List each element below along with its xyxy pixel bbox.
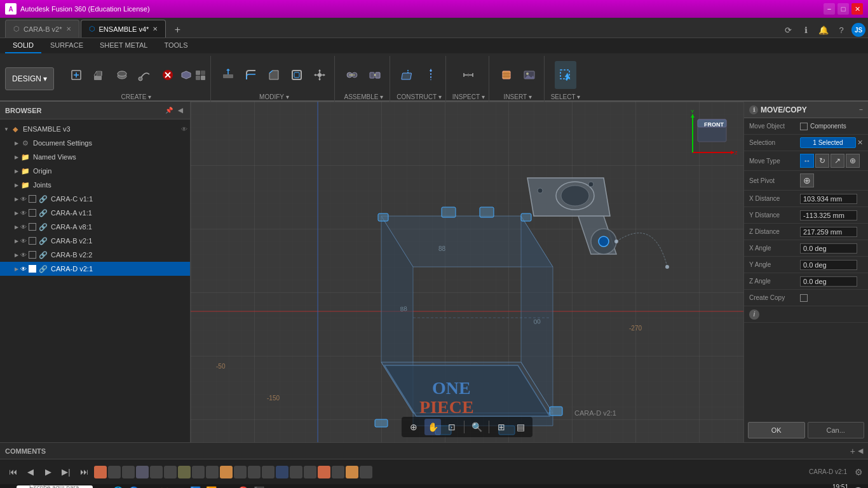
browser-item-doc-settings[interactable]: ▶ ⚙ Document Settings xyxy=(0,136,190,150)
sweep-button[interactable] xyxy=(134,61,156,89)
timeline-play-button[interactable]: ▶ xyxy=(41,464,56,480)
insert-image-button[interactable] xyxy=(519,61,540,89)
tl-marker-17[interactable] xyxy=(332,466,344,478)
tab-help-icon[interactable]: ? xyxy=(834,22,849,37)
cara-a1-vis-icon[interactable]: 👁 xyxy=(20,210,27,217)
comments-collapse-button[interactable]: ◀ xyxy=(858,447,863,455)
measure-button[interactable] xyxy=(458,61,479,89)
tab-close-icon[interactable]: ✕ xyxy=(66,25,71,32)
x-angle-input[interactable] xyxy=(800,243,857,254)
browser-root-item[interactable]: ▼ ◆ ENSAMBLE v3 👁 xyxy=(0,122,190,136)
components-checkbox[interactable] xyxy=(800,123,808,130)
tl-marker-0[interactable] xyxy=(94,466,107,478)
timeline-settings-button[interactable]: ⚙ xyxy=(855,467,863,477)
timeline-next-button[interactable]: ▶| xyxy=(58,464,74,480)
select-selected-button[interactable]: 1 Selected xyxy=(800,137,856,148)
zoom-fit-button[interactable]: ⊡ xyxy=(444,419,460,435)
cancel-button[interactable]: Can... xyxy=(808,422,865,438)
user-avatar[interactable]: JS xyxy=(851,23,865,37)
chamfer-button[interactable] xyxy=(263,61,285,89)
tab-ensamble[interactable]: ⬡ ENSAMBLE v4* ✕ xyxy=(81,20,166,37)
y-distance-input[interactable] xyxy=(800,210,857,220)
browser-item-cara-d[interactable]: ▶ 👁 🔗 CARA-D v2:1 xyxy=(0,262,190,276)
press-pull-button[interactable] xyxy=(217,61,239,89)
tl-marker-19[interactable] xyxy=(360,466,372,478)
new-tab-button[interactable]: + xyxy=(170,22,185,37)
tab-close-active-icon[interactable]: ✕ xyxy=(153,25,158,32)
create-copy-checkbox[interactable] xyxy=(800,294,808,302)
delete-button[interactable] xyxy=(157,61,179,89)
navcube[interactable]: Z Y FRONT xyxy=(686,108,737,159)
move-type-translate-button[interactable]: ↔ xyxy=(800,154,814,168)
browser-item-cara-c[interactable]: ▶ 👁 🔗 CARA-C v1:1 xyxy=(0,192,190,206)
browser-item-cara-a1[interactable]: ▶ 👁 🔗 CARA-A v1:1 xyxy=(0,206,190,220)
cara-d-vis-icon[interactable]: 👁 xyxy=(20,266,27,273)
tab-info-icon[interactable]: ℹ xyxy=(798,22,813,37)
ok-button[interactable]: OK xyxy=(748,422,805,438)
minimize-button[interactable]: − xyxy=(824,3,835,15)
tl-marker-6[interactable] xyxy=(178,466,191,478)
tl-marker-15[interactable] xyxy=(304,466,316,478)
ribbon-tab-tools[interactable]: TOOLS xyxy=(156,38,195,53)
create-more-button[interactable] xyxy=(180,61,193,89)
tl-marker-7[interactable] xyxy=(192,466,205,478)
movecopy-collapse-button[interactable]: − xyxy=(859,106,863,113)
new-component-button[interactable] xyxy=(65,61,87,89)
cara-b21-vis-icon[interactable]: 👁 xyxy=(20,238,27,245)
tl-marker-10[interactable] xyxy=(234,466,247,478)
ribbon-tab-surface[interactable]: SURFACE xyxy=(43,38,91,53)
tab-nav-icon[interactable]: ⟳ xyxy=(780,22,796,37)
as-built-joint-button[interactable] xyxy=(364,61,386,89)
insert-mcmaster-button[interactable] xyxy=(496,61,517,89)
tl-marker-5[interactable] xyxy=(164,466,177,478)
pan-button[interactable]: ✋ xyxy=(424,419,441,435)
z-distance-input[interactable] xyxy=(800,227,857,237)
ribbon-tab-solid[interactable]: SOLID xyxy=(5,38,41,53)
revolve-button[interactable] xyxy=(111,61,133,89)
browser-item-cara-b21[interactable]: ▶ 👁 🔗 CARA-B v2:1 xyxy=(0,234,190,248)
timeline-end-button[interactable]: ⏭ xyxy=(76,464,92,480)
clear-selection-button[interactable]: ✕ xyxy=(857,139,863,147)
root-visibility-icon[interactable]: 👁 xyxy=(181,126,187,133)
tl-marker-13[interactable] xyxy=(276,466,288,478)
design-mode-button[interactable]: DESIGN ▾ xyxy=(5,67,54,90)
clock[interactable]: 19:51 5/04/2021 xyxy=(820,484,849,488)
select-button[interactable] xyxy=(555,61,576,89)
fillet-button[interactable] xyxy=(240,61,262,89)
tl-marker-8[interactable] xyxy=(206,466,219,478)
tl-marker-1[interactable] xyxy=(108,466,121,478)
browser-item-origin[interactable]: ▶ 📁 Origin xyxy=(0,164,190,178)
x-distance-input[interactable] xyxy=(800,194,857,204)
orbit-button[interactable]: ⊕ xyxy=(405,419,422,435)
tl-marker-12[interactable] xyxy=(262,466,275,478)
browser-item-joints[interactable]: ▶ 📁 Joints xyxy=(0,178,190,192)
move-type-extra-button[interactable]: ⊕ xyxy=(846,154,860,168)
grid-display-button[interactable]: ⊞ xyxy=(493,419,510,435)
tl-marker-18[interactable] xyxy=(346,466,358,478)
tl-marker-4[interactable] xyxy=(150,466,163,478)
display-settings-button[interactable]: ▤ xyxy=(512,419,529,435)
create-extra-button[interactable] xyxy=(194,61,207,89)
search-bar[interactable]: 🔍 Escribe aquí para buscar xyxy=(17,485,93,488)
z-angle-input[interactable] xyxy=(800,276,857,287)
browser-pin-button[interactable]: 📌 xyxy=(165,106,173,115)
browser-item-named-views[interactable]: ▶ 📁 Named Views xyxy=(0,150,190,164)
joint-button[interactable] xyxy=(341,61,363,89)
browser-collapse-button[interactable]: ◀ xyxy=(176,106,185,115)
tl-marker-16[interactable] xyxy=(318,466,330,478)
construct-axis-button[interactable] xyxy=(420,61,442,89)
tl-marker-14[interactable] xyxy=(290,466,302,478)
ribbon-tab-sheet-metal[interactable]: SHEET METAL xyxy=(92,38,155,53)
tl-marker-11[interactable] xyxy=(248,466,261,478)
viewport[interactable]: ONE PIECE 88 00 88 xyxy=(191,102,743,442)
move-type-scale-button[interactable]: ↗ xyxy=(831,154,844,168)
cara-a8-vis-icon[interactable]: 👁 xyxy=(20,224,27,231)
tl-marker-3[interactable] xyxy=(136,466,149,478)
taskbar-icon-taskview[interactable]: ⬚ xyxy=(98,485,107,489)
extrude-button[interactable] xyxy=(88,61,110,89)
tab-cara-b[interactable]: ⬡ CARA-B v2* ✕ xyxy=(5,20,79,37)
tab-bell-icon[interactable]: 🔔 xyxy=(816,22,831,37)
timeline-rewind-button[interactable]: ⏮ xyxy=(5,464,20,480)
browser-item-cara-a8[interactable]: ▶ 👁 🔗 CARA-A v8:1 xyxy=(0,220,190,234)
shell-button[interactable] xyxy=(286,61,308,89)
